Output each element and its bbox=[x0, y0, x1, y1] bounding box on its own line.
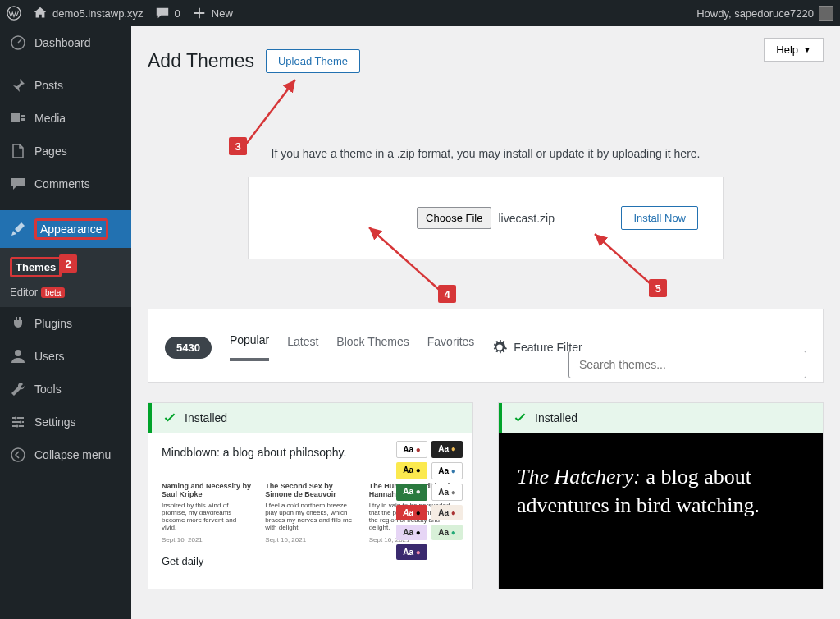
plug-icon bbox=[10, 315, 26, 332]
sidebar-item-users[interactable]: Users bbox=[0, 340, 131, 373]
installed-badge: Installed bbox=[148, 403, 472, 433]
annotation-arrow bbox=[238, 71, 312, 154]
sidebar-item-posts[interactable]: Posts bbox=[0, 69, 131, 102]
sidebar-item-settings[interactable]: Settings bbox=[0, 406, 131, 438]
svg-point-3 bbox=[15, 417, 17, 420]
choose-file-button[interactable]: Choose File bbox=[417, 207, 491, 229]
appearance-highlight: Appearance bbox=[34, 218, 108, 240]
installed-badge: Installed bbox=[499, 403, 823, 433]
comment-icon bbox=[10, 176, 26, 192]
theme-card[interactable]: Installed Aa ● Aa ● Aa ● Aa ● Aa ● Aa ● … bbox=[148, 402, 473, 589]
upload-hint: If you have a theme in a .zip format, yo… bbox=[148, 147, 824, 160]
comment-count: 0 bbox=[175, 7, 180, 20]
annotation-badge-5: 5 bbox=[649, 279, 667, 297]
admin-toolbar: demo5.instawp.xyz 0 New Howdy, sapedoruc… bbox=[0, 0, 840, 26]
style-variation-grid: Aa ● Aa ● Aa ● Aa ● Aa ● Aa ● Aa ● Aa ● … bbox=[396, 441, 463, 560]
main-content: Help▼ Add Themes Upload Theme If you hav… bbox=[131, 26, 840, 619]
upload-theme-button[interactable]: Upload Theme bbox=[266, 49, 360, 73]
page-header: Add Themes Upload Theme bbox=[148, 49, 824, 73]
annotation-badge-4: 4 bbox=[438, 285, 456, 303]
sidebar-item-appearance[interactable]: Appearance 1 bbox=[0, 210, 131, 248]
svg-line-7 bbox=[242, 80, 295, 149]
sidebar-item-dashboard[interactable]: Dashboard bbox=[0, 26, 131, 59]
collapse-menu[interactable]: Collapse menu bbox=[0, 438, 131, 471]
dashboard-icon bbox=[10, 34, 26, 51]
appearance-submenu: Themes 2 Editorbeta bbox=[0, 248, 131, 307]
tab-block-themes[interactable]: Block Themes bbox=[336, 335, 409, 360]
sidebar-item-comments[interactable]: Comments bbox=[0, 167, 131, 200]
help-tab[interactable]: Help▼ bbox=[764, 38, 824, 62]
theme-grid: Installed Aa ● Aa ● Aa ● Aa ● Aa ● Aa ● … bbox=[148, 402, 824, 589]
new-label: New bbox=[212, 7, 233, 20]
uploaded-filename: livecast.zip bbox=[498, 212, 554, 225]
site-name: demo5.instawp.xyz bbox=[52, 7, 144, 20]
svg-point-5 bbox=[16, 425, 19, 428]
svg-point-6 bbox=[11, 448, 25, 461]
theme-count: 5430 bbox=[165, 337, 212, 359]
themes-highlight: Themes bbox=[10, 257, 62, 277]
sidebar-item-media[interactable]: Media bbox=[0, 102, 131, 135]
brush-icon bbox=[10, 221, 26, 237]
gear-icon bbox=[492, 340, 507, 355]
annotation-badge-3: 3 bbox=[229, 137, 247, 155]
comments-link[interactable]: 0 bbox=[155, 6, 180, 21]
theme-preview: Aa ● Aa ● Aa ● Aa ● Aa ● Aa ● Aa ● Aa ● … bbox=[148, 433, 472, 589]
submenu-item-themes[interactable]: Themes 2 bbox=[0, 253, 131, 282]
search-themes-input[interactable] bbox=[568, 351, 806, 378]
upload-zone: If you have a theme in a .zip format, yo… bbox=[148, 147, 824, 259]
user-icon bbox=[10, 348, 26, 365]
beta-badge: beta bbox=[41, 287, 65, 298]
tab-popular[interactable]: Popular bbox=[230, 333, 269, 361]
site-link[interactable]: demo5.instawp.xyz bbox=[33, 6, 144, 21]
theme-filter-bar: 5430 Popular Latest Block Themes Favorit… bbox=[148, 309, 824, 383]
pin-icon bbox=[10, 77, 26, 94]
svg-point-2 bbox=[15, 350, 21, 356]
chevron-down-icon: ▼ bbox=[803, 45, 811, 54]
theme-card[interactable]: Installed The Hatchery: a blog about adv… bbox=[498, 402, 824, 589]
media-icon bbox=[10, 110, 26, 126]
sliders-icon bbox=[10, 414, 26, 430]
sidebar-item-plugins[interactable]: Plugins bbox=[0, 307, 131, 340]
tab-favorites[interactable]: Favorites bbox=[427, 335, 475, 360]
wp-logo[interactable] bbox=[7, 6, 21, 21]
page-title: Add Themes bbox=[148, 50, 254, 72]
preview-headline: The Hatchery: a blog about adventures in… bbox=[512, 446, 810, 520]
check-icon bbox=[163, 411, 176, 424]
admin-sidebar: Dashboard Posts Media Pages Comments App… bbox=[0, 26, 131, 619]
annotation-badge-2: 2 bbox=[59, 254, 77, 273]
page-icon bbox=[10, 143, 26, 159]
submenu-item-editor[interactable]: Editorbeta bbox=[0, 282, 131, 302]
theme-preview: The Hatchery: a blog about adventures in… bbox=[499, 433, 823, 589]
user-greeting[interactable]: Howdy, sapedoruce7220 bbox=[696, 6, 833, 21]
install-now-button[interactable]: Install Now bbox=[621, 206, 698, 230]
collapse-icon bbox=[10, 447, 26, 463]
upload-box: Choose File livecast.zip Install Now bbox=[248, 177, 724, 259]
tab-latest[interactable]: Latest bbox=[287, 335, 318, 360]
sidebar-item-tools[interactable]: Tools bbox=[0, 373, 131, 406]
check-icon bbox=[514, 411, 527, 424]
wrench-icon bbox=[10, 381, 26, 397]
avatar bbox=[819, 6, 833, 21]
sidebar-item-pages[interactable]: Pages bbox=[0, 135, 131, 167]
svg-point-4 bbox=[20, 421, 22, 424]
new-content-link[interactable]: New bbox=[192, 6, 233, 21]
